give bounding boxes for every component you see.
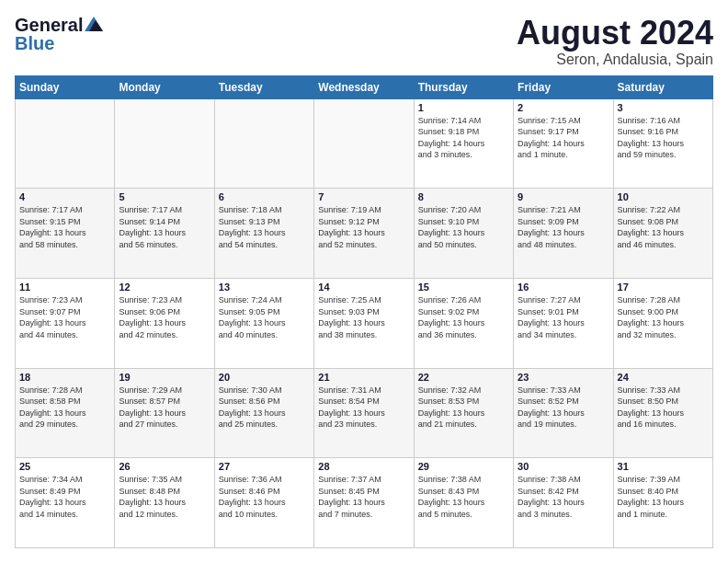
calendar-week-row: 25Sunrise: 7:34 AM Sunset: 8:49 PM Dayli… bbox=[16, 458, 713, 548]
day-number: 16 bbox=[518, 282, 609, 293]
day-info: Sunrise: 7:34 AM Sunset: 8:49 PM Dayligh… bbox=[19, 475, 86, 519]
empty-cell bbox=[16, 98, 115, 189]
day-cell-3: 3Sunrise: 7:16 AM Sunset: 9:16 PM Daylig… bbox=[613, 98, 712, 189]
empty-cell bbox=[115, 98, 214, 189]
day-number: 2 bbox=[518, 102, 609, 113]
day-number: 23 bbox=[518, 372, 609, 383]
day-number: 27 bbox=[219, 461, 310, 472]
day-number: 28 bbox=[318, 461, 409, 472]
day-info: Sunrise: 7:25 AM Sunset: 9:03 PM Dayligh… bbox=[318, 295, 385, 339]
day-number: 5 bbox=[119, 191, 210, 202]
calendar-week-row: 4Sunrise: 7:17 AM Sunset: 9:15 PM Daylig… bbox=[16, 189, 713, 279]
day-number: 12 bbox=[119, 282, 210, 293]
logo: General Blue bbox=[15, 15, 103, 53]
day-cell-7: 7Sunrise: 7:19 AM Sunset: 9:12 PM Daylig… bbox=[314, 189, 414, 279]
day-info: Sunrise: 7:17 AM Sunset: 9:14 PM Dayligh… bbox=[119, 205, 186, 249]
day-cell-26: 26Sunrise: 7:35 AM Sunset: 8:48 PM Dayli… bbox=[115, 458, 214, 548]
day-cell-23: 23Sunrise: 7:33 AM Sunset: 8:52 PM Dayli… bbox=[514, 368, 613, 458]
day-cell-12: 12Sunrise: 7:23 AM Sunset: 9:06 PM Dayli… bbox=[115, 278, 214, 368]
day-cell-25: 25Sunrise: 7:34 AM Sunset: 8:49 PM Dayli… bbox=[16, 458, 115, 548]
day-cell-10: 10Sunrise: 7:22 AM Sunset: 9:08 PM Dayli… bbox=[613, 189, 712, 279]
day-info: Sunrise: 7:36 AM Sunset: 8:46 PM Dayligh… bbox=[219, 475, 286, 519]
empty-cell bbox=[214, 98, 313, 189]
day-cell-28: 28Sunrise: 7:37 AM Sunset: 8:45 PM Dayli… bbox=[314, 458, 414, 548]
day-info: Sunrise: 7:32 AM Sunset: 8:53 PM Dayligh… bbox=[418, 385, 485, 430]
day-info: Sunrise: 7:29 AM Sunset: 8:57 PM Dayligh… bbox=[119, 385, 186, 430]
day-header-sunday: Sunday bbox=[16, 75, 115, 98]
day-number: 24 bbox=[618, 372, 709, 383]
day-cell-2: 2Sunrise: 7:15 AM Sunset: 9:17 PM Daylig… bbox=[514, 98, 613, 189]
day-number: 26 bbox=[119, 461, 210, 472]
day-cell-16: 16Sunrise: 7:27 AM Sunset: 9:01 PM Dayli… bbox=[514, 278, 613, 368]
day-info: Sunrise: 7:16 AM Sunset: 9:16 PM Dayligh… bbox=[618, 116, 685, 160]
day-info: Sunrise: 7:30 AM Sunset: 8:56 PM Dayligh… bbox=[219, 385, 286, 430]
logo-blue: Blue bbox=[15, 33, 103, 53]
day-cell-8: 8Sunrise: 7:20 AM Sunset: 9:10 PM Daylig… bbox=[414, 189, 513, 279]
day-number: 30 bbox=[518, 461, 609, 472]
day-header-saturday: Saturday bbox=[613, 75, 712, 98]
day-cell-24: 24Sunrise: 7:33 AM Sunset: 8:50 PM Dayli… bbox=[613, 368, 712, 458]
day-number: 19 bbox=[119, 372, 210, 383]
day-cell-5: 5Sunrise: 7:17 AM Sunset: 9:14 PM Daylig… bbox=[115, 189, 214, 279]
day-cell-11: 11Sunrise: 7:23 AM Sunset: 9:07 PM Dayli… bbox=[16, 278, 115, 368]
day-header-friday: Friday bbox=[514, 75, 613, 98]
day-info: Sunrise: 7:37 AM Sunset: 8:45 PM Dayligh… bbox=[318, 475, 385, 519]
day-info: Sunrise: 7:19 AM Sunset: 9:12 PM Dayligh… bbox=[318, 205, 385, 249]
page: General Blue August 2024 Seron, Andalusi… bbox=[0, 0, 728, 563]
day-number: 22 bbox=[418, 372, 509, 383]
day-number: 14 bbox=[318, 282, 409, 293]
day-number: 29 bbox=[418, 461, 509, 472]
day-cell-20: 20Sunrise: 7:30 AM Sunset: 8:56 PM Dayli… bbox=[214, 368, 313, 458]
day-number: 17 bbox=[618, 282, 709, 293]
subtitle: Seron, Andalusia, Spain bbox=[517, 52, 713, 68]
day-cell-27: 27Sunrise: 7:36 AM Sunset: 8:46 PM Dayli… bbox=[214, 458, 313, 548]
day-info: Sunrise: 7:18 AM Sunset: 9:13 PM Dayligh… bbox=[219, 205, 286, 249]
day-header-tuesday: Tuesday bbox=[214, 75, 313, 98]
day-number: 13 bbox=[219, 282, 310, 293]
day-info: Sunrise: 7:27 AM Sunset: 9:01 PM Dayligh… bbox=[518, 295, 585, 339]
day-number: 25 bbox=[19, 461, 110, 472]
day-info: Sunrise: 7:21 AM Sunset: 9:09 PM Dayligh… bbox=[518, 205, 585, 249]
day-number: 3 bbox=[618, 102, 709, 113]
day-number: 9 bbox=[518, 191, 609, 202]
day-info: Sunrise: 7:26 AM Sunset: 9:02 PM Dayligh… bbox=[418, 295, 485, 339]
day-info: Sunrise: 7:28 AM Sunset: 9:00 PM Dayligh… bbox=[618, 295, 685, 339]
day-info: Sunrise: 7:33 AM Sunset: 8:50 PM Dayligh… bbox=[618, 385, 685, 430]
day-info: Sunrise: 7:23 AM Sunset: 9:06 PM Dayligh… bbox=[119, 295, 186, 339]
day-info: Sunrise: 7:39 AM Sunset: 8:40 PM Dayligh… bbox=[618, 475, 685, 519]
day-info: Sunrise: 7:28 AM Sunset: 8:58 PM Dayligh… bbox=[19, 385, 86, 430]
day-number: 21 bbox=[318, 372, 409, 383]
main-title: August 2024 bbox=[517, 15, 713, 52]
day-cell-4: 4Sunrise: 7:17 AM Sunset: 9:15 PM Daylig… bbox=[16, 189, 115, 279]
day-number: 11 bbox=[19, 282, 110, 293]
day-cell-29: 29Sunrise: 7:38 AM Sunset: 8:43 PM Dayli… bbox=[414, 458, 513, 548]
day-number: 7 bbox=[318, 191, 409, 202]
day-number: 4 bbox=[19, 191, 110, 202]
day-number: 31 bbox=[618, 461, 709, 472]
day-cell-19: 19Sunrise: 7:29 AM Sunset: 8:57 PM Dayli… bbox=[115, 368, 214, 458]
day-cell-15: 15Sunrise: 7:26 AM Sunset: 9:02 PM Dayli… bbox=[414, 278, 513, 368]
day-number: 1 bbox=[418, 102, 509, 113]
day-cell-6: 6Sunrise: 7:18 AM Sunset: 9:13 PM Daylig… bbox=[214, 189, 313, 279]
day-cell-9: 9Sunrise: 7:21 AM Sunset: 9:09 PM Daylig… bbox=[514, 189, 613, 279]
day-cell-17: 17Sunrise: 7:28 AM Sunset: 9:00 PM Dayli… bbox=[613, 278, 712, 368]
day-info: Sunrise: 7:22 AM Sunset: 9:08 PM Dayligh… bbox=[618, 205, 685, 249]
day-number: 15 bbox=[418, 282, 509, 293]
day-info: Sunrise: 7:24 AM Sunset: 9:05 PM Dayligh… bbox=[219, 295, 286, 339]
day-info: Sunrise: 7:15 AM Sunset: 9:17 PM Dayligh… bbox=[518, 116, 585, 160]
day-number: 20 bbox=[219, 372, 310, 383]
day-info: Sunrise: 7:38 AM Sunset: 8:43 PM Dayligh… bbox=[418, 475, 485, 519]
day-info: Sunrise: 7:20 AM Sunset: 9:10 PM Dayligh… bbox=[418, 205, 485, 249]
day-info: Sunrise: 7:17 AM Sunset: 9:15 PM Dayligh… bbox=[19, 205, 86, 249]
title-block: August 2024 Seron, Andalusia, Spain bbox=[517, 15, 713, 68]
logo-general: General bbox=[15, 15, 83, 35]
calendar-week-row: 18Sunrise: 7:28 AM Sunset: 8:58 PM Dayli… bbox=[16, 368, 713, 458]
day-info: Sunrise: 7:14 AM Sunset: 9:18 PM Dayligh… bbox=[418, 116, 485, 160]
day-cell-13: 13Sunrise: 7:24 AM Sunset: 9:05 PM Dayli… bbox=[214, 278, 313, 368]
day-info: Sunrise: 7:35 AM Sunset: 8:48 PM Dayligh… bbox=[119, 475, 186, 519]
day-info: Sunrise: 7:38 AM Sunset: 8:42 PM Dayligh… bbox=[518, 475, 585, 519]
empty-cell bbox=[314, 98, 414, 189]
day-number: 6 bbox=[219, 191, 310, 202]
day-info: Sunrise: 7:23 AM Sunset: 9:07 PM Dayligh… bbox=[19, 295, 86, 339]
day-number: 18 bbox=[19, 372, 110, 383]
